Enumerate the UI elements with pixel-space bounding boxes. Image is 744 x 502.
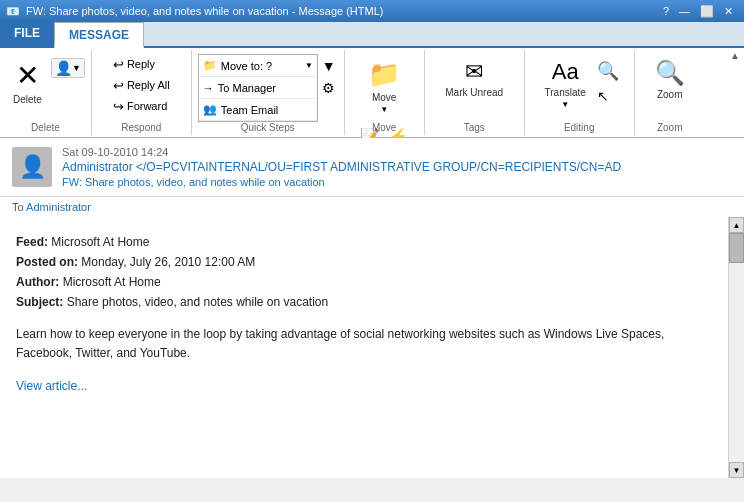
move-label: Move: [372, 92, 396, 103]
reply-label: Reply: [127, 58, 155, 70]
zoom-label: Zoom: [657, 89, 683, 100]
person-icon: 👤: [55, 60, 72, 76]
move-group-content: 📁 Move ▼ 📝 ⚡: [357, 54, 411, 149]
email-area: 👤 Sat 09-10-2010 14:24 Administrator </O…: [0, 138, 744, 478]
quicksteps-group-label: Quick Steps: [241, 122, 295, 133]
delete-label: Delete: [13, 94, 42, 105]
window-title: FW: Share photos, video, and notes while…: [26, 5, 383, 17]
translate-label: Translate: [545, 87, 586, 98]
forward-button[interactable]: ↪ Forward: [108, 96, 172, 116]
to-label: To: [12, 201, 26, 213]
mark-unread-icon: ✉: [465, 59, 483, 85]
qs-team-label: Team Email: [221, 104, 278, 116]
zoom-group-label: Zoom: [657, 122, 683, 133]
reply-icon: ↩: [113, 57, 124, 72]
forward-label: Forward: [127, 100, 167, 112]
sender-avatar: 👤: [12, 147, 52, 187]
quicksteps-expand-btn[interactable]: ▼: [320, 56, 338, 76]
scroll-thumb[interactable]: [729, 233, 744, 263]
zoom-icon: 🔍: [655, 59, 685, 87]
reply-all-icon: ↩: [113, 78, 124, 93]
qs-move-label: Move to: ?: [221, 60, 272, 72]
translate-icon: Aa: [552, 59, 579, 85]
qs-move-arrow: ▼: [305, 61, 313, 70]
help-button[interactable]: ?: [658, 0, 674, 22]
email-subject-header: FW: Share photos, video, and notes while…: [62, 176, 732, 188]
ribbon-group-zoom: 🔍 Zoom Zoom: [635, 50, 705, 135]
feed-line: Feed: Microsoft At Home: [16, 233, 712, 251]
reply-all-label: Reply All: [127, 79, 170, 91]
app-icon: 📧: [6, 5, 20, 18]
ribbon: ▲ ✕ Delete 👤 ▼ Delete ↩: [0, 48, 744, 138]
email-from: Administrator </O=PCVITAINTERNAL/OU=FIRS…: [62, 160, 732, 174]
ribbon-group-move: 📁 Move ▼ 📝 ⚡ Move: [345, 50, 425, 135]
email-date: Sat 09-10-2010 14:24: [62, 146, 732, 158]
move-dropdown-arrow: ▼: [380, 105, 388, 114]
translate-button[interactable]: Aa Translate ▼: [538, 54, 593, 122]
email-header: 👤 Sat 09-10-2010 14:24 Administrator </O…: [0, 138, 744, 197]
tab-file[interactable]: FILE: [0, 20, 54, 46]
to-address: Administrator: [26, 201, 91, 213]
translate-dropdown-arrow: ▼: [561, 100, 569, 109]
delete-group-label: Delete: [31, 122, 60, 133]
ribbon-group-respond: ↩ Reply ↩ Reply All ↪ Forward Respond: [92, 50, 192, 135]
reply-button[interactable]: ↩ Reply: [108, 54, 160, 74]
minimize-button[interactable]: —: [674, 0, 695, 22]
reply-all-button[interactable]: ↩ Reply All: [108, 75, 175, 95]
scroll-down-button[interactable]: ▼: [729, 462, 744, 478]
ribbon-group-editing: Aa Translate ▼ 🔍 ↖ Editing: [525, 50, 635, 135]
email-meta-row: 👤 Sat 09-10-2010 14:24 Administrator </O…: [12, 146, 732, 188]
delete-button[interactable]: ✕ Delete: [6, 54, 49, 122]
title-bar-left: 📧 FW: Share photos, video, and notes whi…: [6, 5, 383, 18]
title-bar-controls: ? — ⬜ ✕: [658, 0, 738, 22]
forward-icon: ↪: [113, 99, 124, 114]
quicksteps-settings-btn[interactable]: ⚙: [320, 78, 338, 98]
tags-group-label: Tags: [464, 122, 485, 133]
tab-message[interactable]: MESSAGE: [54, 22, 144, 48]
scroll-up-button[interactable]: ▲: [729, 217, 744, 233]
ribbon-tabs: FILE MESSAGE: [0, 22, 744, 48]
ribbon-collapse-button[interactable]: ▲: [730, 50, 740, 61]
ribbon-group-quicksteps: 📁 Move to: ? ▼ → To Manager 👥 Team Email…: [192, 50, 345, 135]
email-to-row: To Administrator: [0, 197, 744, 217]
delete-icon: ✕: [16, 59, 39, 92]
editing-cursor-btn[interactable]: ↖: [595, 86, 621, 106]
quicksteps-list: 📁 Move to: ? ▼ → To Manager 👥 Team Email: [198, 54, 318, 122]
avatar-icon: 👤: [19, 154, 46, 180]
quickstep-move-to[interactable]: 📁 Move to: ? ▼: [199, 55, 317, 77]
view-article-link[interactable]: View article...: [16, 377, 712, 395]
quickstep-to-manager[interactable]: → To Manager: [199, 77, 317, 99]
editing-extra-btn[interactable]: 🔍: [595, 58, 621, 84]
person-dropdown[interactable]: 👤 ▼: [51, 58, 85, 78]
scroll-track: ▲ ▼: [728, 217, 744, 478]
editing-group-label: Editing: [564, 122, 595, 133]
move-icon: 📁: [368, 59, 400, 90]
email-body: Feed: Microsoft At Home Posted on: Monda…: [0, 217, 728, 407]
email-body-wrapper[interactable]: Feed: Microsoft At Home Posted on: Monda…: [0, 217, 744, 478]
move-group-label: Move: [372, 122, 396, 133]
mark-unread-label: Mark Unread: [445, 87, 503, 98]
close-button[interactable]: ✕: [719, 0, 738, 22]
qs-team-icon: 👥: [203, 103, 217, 116]
zoom-button[interactable]: 🔍 Zoom: [648, 54, 692, 122]
qs-manager-icon: →: [203, 82, 214, 94]
quickstep-team-email[interactable]: 👥 Team Email: [199, 99, 317, 121]
title-bar: 📧 FW: Share photos, video, and notes whi…: [0, 0, 744, 22]
ribbon-group-delete: ✕ Delete 👤 ▼ Delete: [0, 50, 92, 135]
qs-move-icon: 📁: [203, 59, 217, 72]
scroll-thumb-area: [729, 233, 744, 462]
author-line: Author: Microsoft At Home: [16, 273, 712, 291]
ribbon-group-tags: ✉ Mark Unread Tags: [425, 50, 525, 135]
respond-group-label: Respond: [121, 122, 161, 133]
move-button[interactable]: 📁 Move ▼: [361, 54, 407, 122]
body-text: Learn how to keep everyone in the loop b…: [16, 325, 712, 363]
dropdown-arrow-person: ▼: [72, 63, 81, 73]
email-details: Sat 09-10-2010 14:24 Administrator </O=P…: [62, 146, 732, 188]
subject-line: Subject: Share photos, video, and notes …: [16, 293, 712, 311]
qs-manager-label: To Manager: [218, 82, 276, 94]
mark-unread-button[interactable]: ✉ Mark Unread: [438, 54, 510, 122]
posted-on-line: Posted on: Monday, July 26, 2010 12:00 A…: [16, 253, 712, 271]
maximize-button[interactable]: ⬜: [695, 0, 719, 22]
